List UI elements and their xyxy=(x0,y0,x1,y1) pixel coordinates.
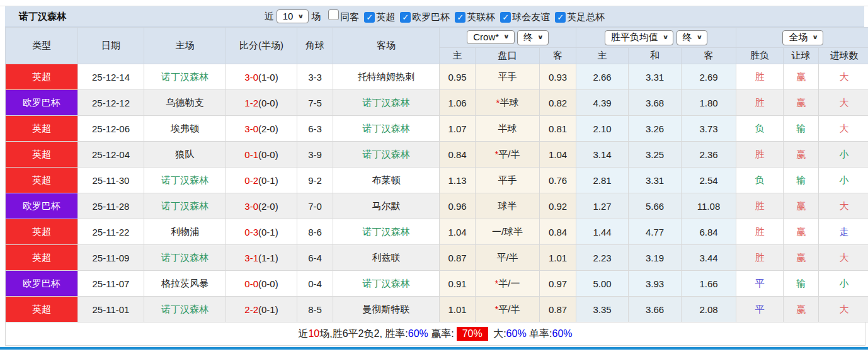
goals-result: 大 xyxy=(840,200,849,211)
handicap-line: 球半 xyxy=(498,200,517,211)
corners-cell: 7-0 xyxy=(297,193,333,219)
halftime-score: (1-0) xyxy=(258,72,278,83)
sub-header-home: 主 xyxy=(440,48,476,64)
checkbox-checked[interactable]: ✓ xyxy=(500,12,511,23)
fulltime-score: 3-1 xyxy=(244,253,258,263)
handicap-result: 赢 xyxy=(796,304,806,314)
avg-away-odds: 2.36 xyxy=(682,142,736,168)
checkbox-checked[interactable]: ✓ xyxy=(555,12,566,23)
chevron-down-icon: ∨ xyxy=(663,33,669,40)
handicap-home-odds: 0.95 xyxy=(440,64,476,90)
away-team-name: 马尔默 xyxy=(372,200,401,211)
odds-company-select[interactable]: Crow* ∨ xyxy=(467,30,515,44)
handicap-away-odds: 0.76 xyxy=(540,168,576,193)
avg-odds-value: 胜平负均值 xyxy=(611,31,658,43)
avg-draw-odds: 3.31 xyxy=(629,64,682,90)
col-header-home: 主场 xyxy=(144,28,226,64)
recent-count-select[interactable]: 10 ∨ xyxy=(277,9,309,23)
goals-result-cell: 走 xyxy=(819,219,868,245)
fulltime-score: 3-0 xyxy=(244,201,258,212)
corners-cell: 8-6 xyxy=(297,219,333,245)
checkbox-checked[interactable]: ✓ xyxy=(364,12,375,23)
handicap-result: 赢 xyxy=(796,252,806,263)
score-cell: 2-2(0-1) xyxy=(226,297,297,323)
handicap-line-cell: 平手 xyxy=(476,168,540,193)
goals-result: 大 xyxy=(840,304,849,314)
company-time-select[interactable]: 终 ∨ xyxy=(517,30,549,45)
avg-home-odds: 4.39 xyxy=(576,90,629,116)
col-header-corners: 角球 xyxy=(297,28,333,64)
fulltime-score: 1-2 xyxy=(244,98,258,108)
result-group-header: 全场 ∨ xyxy=(736,28,868,48)
goals-result-cell: 小 xyxy=(819,271,868,297)
summary-segment: 场,胜6平2负2, 胜率: xyxy=(319,328,408,341)
checkbox-label: 同客 xyxy=(340,11,359,22)
table-row: 欧罗巴杯25-11-28诺丁汉森林3-0(2-0)7-0马尔默0.96球半0.9… xyxy=(6,193,868,219)
avg-home-odds: 3.14 xyxy=(576,142,629,168)
away-team-cell: 曼彻斯特联 xyxy=(333,297,440,323)
handicap-line-cell: *平/半 xyxy=(476,142,540,168)
avg-away-odds: 2.69 xyxy=(682,64,736,90)
away-team-name: 诺丁汉森林 xyxy=(363,123,410,134)
filter-bar: 近 10 ∨ 场 同客✓英超✓欧罗巴杯✓英联杯✓球会友谊✓英足总杯 xyxy=(265,9,605,23)
avg-home-odds: 1.44 xyxy=(576,219,629,245)
league-badge: 英超 xyxy=(6,116,78,142)
avg-draw-odds: 3.26 xyxy=(629,116,682,142)
handicap-away-odds: 0.97 xyxy=(540,271,576,297)
date-cell: 25-11-09 xyxy=(78,245,144,271)
sub-header-let: 让球 xyxy=(784,48,819,64)
table-row: 英超25-12-06埃弗顿3-0(2-0)6-3诺丁汉森林1.07半球0.812… xyxy=(6,116,868,142)
summary-segment: 近 xyxy=(298,328,308,341)
avg-away-odds: 3.73 xyxy=(682,116,736,142)
handicap-result-cell: 赢 xyxy=(784,193,819,219)
avg-home-odds: 2.23 xyxy=(576,245,629,271)
goals-result: 大 xyxy=(840,71,849,82)
home-team-cell: 诺丁汉森林 xyxy=(144,168,226,193)
handicap-home-odds: 1.13 xyxy=(440,168,476,193)
date-cell: 25-12-12 xyxy=(78,90,144,116)
away-team-name: 布莱顿 xyxy=(372,174,401,185)
avg-away-odds: 3.44 xyxy=(682,245,736,271)
handicap-result: 输 xyxy=(796,278,806,288)
league-badge: 英超 xyxy=(6,297,78,323)
home-team-cell: 诺丁汉森林 xyxy=(144,245,226,271)
corners-cell: 6-3 xyxy=(297,116,333,142)
score-cell: 0-0(0-0) xyxy=(226,271,297,297)
summary-bar: 近10场,胜6平2负2, 胜率:60% 赢率:70% 大:60% 单率:60% xyxy=(5,323,865,346)
checkbox-checked[interactable]: ✓ xyxy=(455,12,465,23)
table-row: 英超25-12-04狼队0-1(0-0)3-9诺丁汉森林0.84*平/半1.04… xyxy=(6,142,868,168)
score-cell: 3-0(2-0) xyxy=(226,193,297,219)
avg-away-odds: 1.80 xyxy=(682,90,736,116)
match-stats-widget: 诺丁汉森林 近 10 ∨ 场 同客✓英超✓欧罗巴杯✓英联杯✓球会友谊✓英足总杯 … xyxy=(0,0,868,354)
checkbox-unchecked[interactable] xyxy=(328,9,339,20)
home-team-cell: 格拉茨风暴 xyxy=(144,271,226,297)
avg-home-odds: 2.81 xyxy=(576,168,629,193)
league-badge: 欧罗巴杯 xyxy=(6,90,78,116)
away-team-cell: 布莱顿 xyxy=(333,168,440,193)
goals-result: 大 xyxy=(840,252,849,263)
avg-home-odds: 2.66 xyxy=(576,64,629,90)
checkbox-checked[interactable]: ✓ xyxy=(400,12,411,23)
goals-result-cell: 大 xyxy=(819,116,868,142)
halftime-score: (0-1) xyxy=(258,227,278,237)
chevron-down-icon: ∨ xyxy=(697,33,703,40)
avg-time-select[interactable]: 终 ∨ xyxy=(677,30,708,45)
handicap-result: 输 xyxy=(796,123,806,134)
avg-draw-odds: 3.19 xyxy=(629,245,682,271)
scope-select[interactable]: 全场 ∨ xyxy=(782,30,823,45)
corners-cell: 8-5 xyxy=(297,297,333,323)
league-badge: 英超 xyxy=(6,142,78,168)
goals-result: 大 xyxy=(840,123,849,134)
handicap-line: 平手 xyxy=(498,71,517,82)
avg-odds-select[interactable]: 胜平负均值 ∨ xyxy=(605,30,674,45)
home-team-cell: 诺丁汉森林 xyxy=(144,193,226,219)
goals-result: 小 xyxy=(840,278,849,288)
goals-result: 走 xyxy=(840,226,849,237)
match-result: 平 xyxy=(755,304,765,314)
match-result: 负 xyxy=(755,174,765,185)
bottom-accent-bar xyxy=(0,347,868,350)
halftime-score: (2-0) xyxy=(258,201,278,212)
home-team-name: 诺丁汉森林 xyxy=(161,200,208,211)
corners-cell: 9-2 xyxy=(297,168,333,193)
home-team-cell: 诺丁汉森林 xyxy=(144,297,226,323)
